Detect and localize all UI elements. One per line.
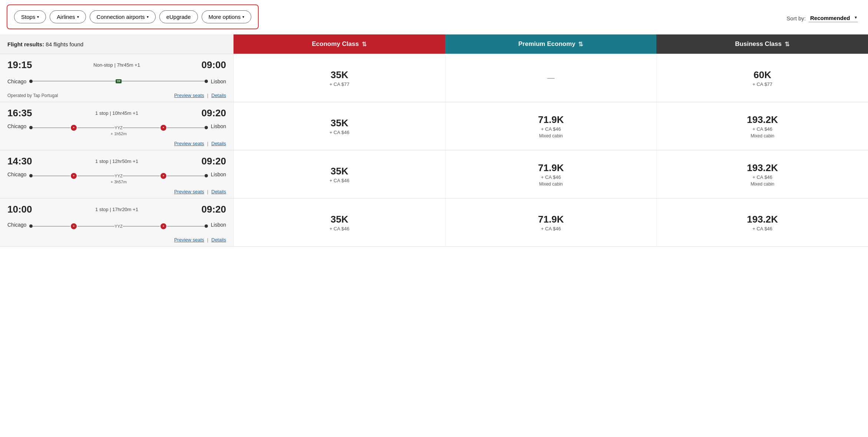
premium-price-sub: + CA $46 xyxy=(541,126,561,132)
link-separator: | xyxy=(207,93,208,98)
economy-price-sub: + CA $46 xyxy=(329,130,349,135)
route-line-seg2 xyxy=(77,226,115,227)
flight-info: 19:15 Non-stop | 7hr45m +1 09:00 Chicago… xyxy=(0,54,233,102)
to-city: Lisbon xyxy=(211,171,226,177)
business-price-main: 60K xyxy=(753,69,771,81)
business-price-cell[interactable]: 193.2K + CA $46 Mixed cabin xyxy=(656,150,868,198)
filter-bar: Stops ▾ Airlines ▾ Connection airports ▾… xyxy=(7,4,259,29)
economy-price-main: 35K xyxy=(331,214,348,225)
connection-caret-icon: ▾ xyxy=(147,15,149,19)
flight-info: 10:00 1 stop | 17hr20m +1 09:20 Chicago … xyxy=(0,199,233,246)
preview-seats-link[interactable]: Preview seats xyxy=(174,237,204,243)
route-line-seg xyxy=(33,81,116,81)
stop-icon-1 xyxy=(70,124,77,131)
flight-info: 14:30 1 stop | 12hr50m +1 09:20 Chicago … xyxy=(0,150,233,198)
airlines-filter[interactable]: Airlines ▾ xyxy=(50,10,86,23)
details-link[interactable]: Details xyxy=(211,141,226,146)
dest-dot xyxy=(205,80,208,83)
business-price-sub: + CA $77 xyxy=(752,81,772,87)
stop-code: YYZ xyxy=(115,224,122,228)
economy-price-cell[interactable]: 35K + CA $46 xyxy=(233,199,445,246)
results-title: Flight results: 84 flights found xyxy=(0,34,233,54)
link-separator: | xyxy=(207,141,208,146)
origin-dot xyxy=(29,80,33,83)
business-price-main: 193.2K xyxy=(747,114,778,126)
flight-links: Preview seats | Details xyxy=(174,189,226,194)
origin-dot xyxy=(29,126,33,129)
flight-row: 19:15 Non-stop | 7hr45m +1 09:00 Chicago… xyxy=(0,54,868,102)
business-class-header[interactable]: Business Class ⇅ xyxy=(656,34,868,54)
business-price-cell[interactable]: 60K + CA $77 xyxy=(656,54,868,102)
details-link[interactable]: Details xyxy=(211,93,226,98)
more-options-filter[interactable]: More options ▾ xyxy=(202,10,252,23)
sort-select-wrapper[interactable]: Recommended Price Duration xyxy=(809,14,858,22)
economy-price-sub: + CA $46 xyxy=(329,226,349,231)
details-link[interactable]: Details xyxy=(211,237,226,243)
preview-seats-link[interactable]: Preview seats xyxy=(174,93,204,98)
stops-filter[interactable]: Stops ▾ xyxy=(14,10,46,23)
sort-select[interactable]: Recommended Price Duration xyxy=(809,14,858,22)
stop-icon-2 xyxy=(160,223,167,230)
arrive-time: 09:00 xyxy=(202,59,226,71)
business-price-sub: + CA $46 xyxy=(752,226,772,231)
stop-duration: + 1h52m xyxy=(110,131,126,136)
flight-meta: 1 stop | 17hr20m +1 xyxy=(95,207,138,212)
economy-price-cell[interactable]: 35K + CA $46 xyxy=(233,102,445,150)
dest-dot xyxy=(205,126,208,129)
from-city: Chicago xyxy=(7,79,26,84)
stop-icon-2 xyxy=(160,124,167,131)
origin-dot xyxy=(29,174,33,177)
premium-price-main: 71.9K xyxy=(538,114,564,126)
economy-price-main: 35K xyxy=(331,69,348,81)
stop-icon-1 xyxy=(70,223,77,230)
flight-meta: 1 stop | 12hr50m +1 xyxy=(95,159,138,164)
economy-price-cell[interactable]: 35K + CA $77 xyxy=(233,54,445,102)
tp-logo: TP xyxy=(116,79,122,83)
premium-price-dash: — xyxy=(547,74,554,82)
route-line: TP xyxy=(29,79,208,83)
link-separator: | xyxy=(207,237,208,243)
route-line-seg2 xyxy=(122,81,205,81)
route-line-seg xyxy=(33,127,70,128)
premium-price-cell[interactable]: 71.9K + CA $46 Mixed cabin xyxy=(445,150,657,198)
flight-footer: Preview seats | Details xyxy=(7,189,226,194)
flight-meta: 1 stop | 10hr45m +1 xyxy=(95,110,138,116)
business-price-cell[interactable]: 193.2K + CA $46 xyxy=(656,199,868,246)
preview-seats-link[interactable]: Preview seats xyxy=(174,141,204,146)
connection-airports-filter[interactable]: Connection airports ▾ xyxy=(90,10,156,23)
premium-class-header[interactable]: Premium Economy ⇅ xyxy=(445,34,657,54)
link-separator: | xyxy=(207,189,208,194)
route-row: Chicago TP Lisbon xyxy=(7,79,226,84)
stops-caret-icon: ▾ xyxy=(37,15,39,19)
route-line: YYZ + 1h52m xyxy=(29,123,208,136)
flight-row: 10:00 1 stop | 17hr20m +1 09:20 Chicago … xyxy=(0,199,868,247)
business-price-cell[interactable]: 193.2K + CA $46 Mixed cabin xyxy=(656,102,868,150)
depart-time: 16:35 xyxy=(7,107,32,119)
operated-by: Operated by Tap Portugal xyxy=(7,93,58,98)
eupgrade-filter[interactable]: eUpgrade xyxy=(159,10,198,23)
premium-note: Mixed cabin xyxy=(539,181,563,187)
preview-seats-link[interactable]: Preview seats xyxy=(174,189,204,194)
premium-price-cell[interactable]: — xyxy=(445,54,657,102)
to-city: Lisbon xyxy=(211,222,226,228)
business-price-sub: + CA $46 xyxy=(752,126,772,132)
business-sort-icon: ⇅ xyxy=(785,41,789,48)
arrive-time: 09:20 xyxy=(201,156,226,167)
flight-row: 14:30 1 stop | 12hr50m +1 09:20 Chicago … xyxy=(0,150,868,199)
route-line-seg4 xyxy=(167,176,204,176)
premium-price-cell[interactable]: 71.9K + CA $46 Mixed cabin xyxy=(445,102,657,150)
economy-price-cell[interactable]: 35K + CA $46 xyxy=(233,150,445,198)
sort-bar: Sort by: Recommended Price Duration xyxy=(786,14,858,22)
economy-class-header[interactable]: Economy Class ⇅ xyxy=(233,34,445,54)
route-line-seg2 xyxy=(77,127,115,128)
route-line-seg3 xyxy=(123,176,160,176)
flight-info: 16:35 1 stop | 10hr45m +1 09:20 Chicago … xyxy=(0,102,233,150)
flight-footer: Preview seats | Details xyxy=(7,141,226,146)
dest-dot xyxy=(205,224,208,228)
sort-label: Sort by: xyxy=(786,15,806,21)
premium-price-cell[interactable]: 71.9K + CA $46 xyxy=(445,199,657,246)
stop-code: YYZ xyxy=(115,126,122,130)
flights-container: 19:15 Non-stop | 7hr45m +1 09:00 Chicago… xyxy=(0,54,868,247)
premium-price-main: 71.9K xyxy=(538,162,564,174)
details-link[interactable]: Details xyxy=(211,189,226,194)
